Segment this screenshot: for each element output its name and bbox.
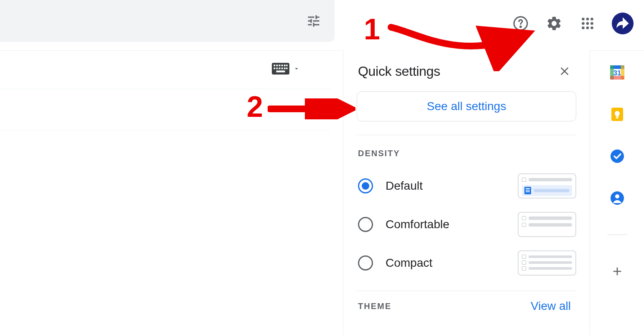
svg-point-10 xyxy=(590,26,593,29)
svg-rect-15 xyxy=(281,64,283,66)
help-icon[interactable] xyxy=(511,14,530,33)
svg-point-2 xyxy=(582,18,585,21)
divider xyxy=(607,234,627,235)
quick-settings-panel: Quick settings See all settings DENSITY … xyxy=(343,50,590,335)
density-option-comfortable[interactable]: Comfortable xyxy=(343,205,590,244)
calendar-icon[interactable]: 31 xyxy=(608,63,627,82)
apps-grid-icon[interactable] xyxy=(578,14,597,33)
tasks-icon[interactable] xyxy=(608,147,627,166)
gear-icon[interactable] xyxy=(545,14,563,33)
profile-avatar[interactable] xyxy=(612,13,634,34)
svg-rect-32 xyxy=(616,117,618,119)
keep-icon[interactable] xyxy=(608,105,627,124)
panel-title: Quick settings xyxy=(358,64,440,79)
density-option-default[interactable]: Default xyxy=(343,167,590,205)
svg-point-3 xyxy=(586,18,589,21)
svg-text:31: 31 xyxy=(613,69,621,77)
input-tools[interactable] xyxy=(272,63,300,75)
density-label: Comfortable xyxy=(386,218,518,231)
svg-point-5 xyxy=(582,22,585,25)
svg-rect-21 xyxy=(281,67,283,69)
chevron-down-icon xyxy=(293,65,300,72)
density-label: Default xyxy=(386,179,518,193)
close-icon[interactable] xyxy=(556,63,573,80)
svg-point-7 xyxy=(590,22,593,25)
svg-rect-16 xyxy=(284,64,286,66)
radio[interactable] xyxy=(358,217,373,232)
svg-point-4 xyxy=(590,18,593,21)
svg-rect-23 xyxy=(286,67,288,69)
density-preview-compact xyxy=(518,250,576,276)
keyboard-icon xyxy=(272,63,289,75)
svg-rect-12 xyxy=(273,64,275,66)
theme-section-header: THEME xyxy=(358,302,391,311)
density-preview-default xyxy=(518,173,576,198)
svg-rect-13 xyxy=(276,64,278,66)
density-label: Compact xyxy=(386,256,518,270)
add-icon[interactable] xyxy=(608,262,627,281)
density-section-header: DENSITY xyxy=(343,135,590,167)
see-all-settings-label: See all settings xyxy=(427,100,506,113)
tune-icon[interactable] xyxy=(305,13,322,29)
radio-selected[interactable] xyxy=(358,178,373,193)
view-all-themes-link[interactable]: View all xyxy=(531,299,571,313)
svg-point-1 xyxy=(520,26,521,28)
annotation-step-1: 1 xyxy=(364,13,380,46)
density-option-compact[interactable]: Compact xyxy=(343,244,590,282)
svg-point-6 xyxy=(586,22,589,25)
svg-point-8 xyxy=(582,26,585,29)
svg-rect-17 xyxy=(286,64,288,66)
side-panel: 31 xyxy=(590,50,644,335)
header-icons xyxy=(511,13,634,34)
radio[interactable] xyxy=(358,255,373,271)
svg-rect-19 xyxy=(276,67,278,69)
divider xyxy=(0,130,330,130)
annotation-step-2: 2 xyxy=(247,90,263,124)
svg-rect-14 xyxy=(279,64,281,66)
annotation-arrow-2 xyxy=(268,98,355,119)
see-all-settings-button[interactable]: See all settings xyxy=(357,91,576,121)
svg-rect-18 xyxy=(273,67,275,69)
svg-rect-24 xyxy=(276,70,285,72)
density-preview-comfortable xyxy=(518,212,576,237)
svg-rect-20 xyxy=(279,67,281,69)
svg-rect-22 xyxy=(284,67,286,69)
contacts-icon[interactable] xyxy=(608,188,627,208)
svg-point-33 xyxy=(611,149,624,163)
divider xyxy=(0,89,330,89)
svg-point-9 xyxy=(586,26,589,29)
svg-point-35 xyxy=(615,194,619,198)
search-bar[interactable] xyxy=(0,0,335,42)
